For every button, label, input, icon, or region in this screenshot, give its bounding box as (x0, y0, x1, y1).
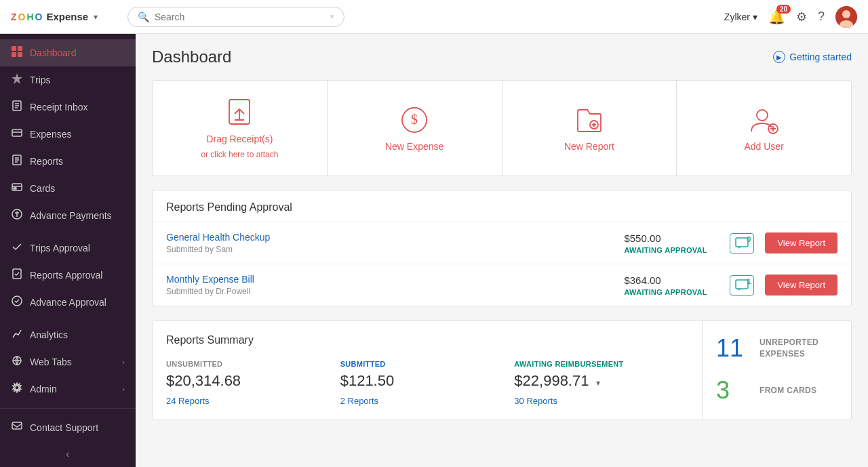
from-cards-number: 3 (716, 376, 750, 405)
org-name-label: Zylker (724, 12, 750, 22)
svg-text:$: $ (411, 112, 418, 127)
submitted-value: $121.50 (340, 372, 501, 390)
reports-summary-side: 11 UNREPORTEDEXPENSES 3 FROM CARDS (703, 320, 852, 420)
svg-point-27 (15, 386, 19, 390)
approval-name-1[interactable]: General Health Checkup (166, 232, 613, 243)
svg-point-37 (757, 110, 768, 121)
approval-name-2[interactable]: Monthly Expense Bill (166, 274, 613, 285)
comment-badge-2[interactable]: 1 (730, 275, 754, 296)
add-user-action[interactable]: Add User (677, 81, 851, 176)
settings-icon[interactable]: ⚙ (796, 9, 807, 24)
sidebar-item-web-tabs[interactable]: Web Tabs › (0, 348, 136, 375)
unsubmitted-link[interactable]: 24 Reports (166, 396, 210, 406)
admin-icon (11, 382, 23, 396)
content-area: Dashboard ▶ Getting started Drag Receipt… (136, 34, 868, 467)
summary-cols: UNSUBMITTED $20,314.68 24 Reports SUBMIT… (166, 360, 688, 406)
sidebar-item-reports-approval[interactable]: Reports Approval (0, 262, 136, 289)
approval-submitter-2: Submitted by Dr.Powell (166, 287, 613, 296)
approval-amount-section-1: $550.00 AWAITING APPROVAL (624, 232, 719, 254)
view-report-button-2[interactable]: View Report (765, 275, 837, 296)
sidebar-label-admin: Admin (30, 384, 57, 394)
page-title: Dashboard (152, 47, 231, 66)
new-expense-action[interactable]: $ New Expense (328, 81, 502, 176)
submitted-link[interactable]: 2 Reports (340, 396, 378, 406)
receipt-inbox-icon (11, 100, 23, 114)
search-input[interactable] (155, 12, 325, 22)
approval-amount-section-2: $364.00 AWAITING APPROVAL (624, 275, 719, 296)
main-layout: Dashboard Trips Receipt Inbox (0, 34, 868, 467)
svg-rect-4 (18, 46, 22, 51)
reimbursement-dropdown-icon[interactable]: ▾ (596, 378, 600, 388)
trips-icon (11, 73, 23, 87)
sidebar-item-cards[interactable]: Cards (0, 175, 136, 202)
sidebar-item-expenses[interactable]: Expenses (0, 121, 136, 148)
org-name[interactable]: Zylker ▾ (724, 12, 757, 22)
sidebar-label-dashboard: Dashboard (30, 47, 77, 58)
approval-status-1: AWAITING APPROVAL (624, 246, 719, 254)
sidebar-label-advance-approval: Advance Approval (30, 297, 106, 308)
sidebar: Dashboard Trips Receipt Inbox (0, 34, 136, 467)
sidebar-label-trips: Trips (30, 75, 51, 85)
trips-approval-icon (11, 241, 23, 255)
play-icon: ▶ (773, 51, 785, 63)
collapse-icon: ‹ (66, 448, 69, 460)
reimbursement-amount: $22,998.71 (514, 372, 589, 389)
sidebar-item-trips[interactable]: Trips (0, 66, 136, 94)
top-header: ZOHO Expense ▾ 🔍 ▾ Zylker ▾ 🔔 20 ⚙ ? (0, 0, 868, 34)
getting-started-link[interactable]: ▶ Getting started (773, 51, 852, 63)
page-header: Dashboard ▶ Getting started (152, 47, 852, 66)
unreported-expenses-number: 11 (716, 334, 750, 363)
svg-rect-5 (12, 52, 16, 57)
sidebar-item-advance-payments[interactable]: Advance Payments (0, 202, 136, 229)
drag-receipt-action[interactable]: Drag Receipt(s) or click here to attach (153, 81, 328, 176)
svg-rect-19 (14, 188, 16, 189)
sidebar-label-cards: Cards (30, 183, 55, 194)
sidebar-item-advance-approval[interactable]: Advance Approval (0, 289, 136, 316)
sidebar-item-trips-approval[interactable]: Trips Approval (0, 235, 136, 262)
reports-summary-section: Reports Summary UNSUBMITTED $20,314.68 2… (152, 320, 852, 420)
reimbursement-link[interactable]: 30 Reports (514, 396, 557, 406)
comment-count-2: 1 (747, 277, 751, 285)
sidebar-bottom: Contact Support ‹ (0, 408, 136, 467)
approval-info-1: General Health Checkup Submitted by Sam (166, 232, 613, 254)
comment-badge-1[interactable]: 0 (730, 233, 754, 253)
view-report-button-1[interactable]: View Report (765, 232, 837, 253)
upload-receipt-icon (224, 97, 255, 128)
dashboard-icon (11, 46, 23, 60)
unsubmitted-label: UNSUBMITTED (166, 360, 327, 368)
search-icon: 🔍 (138, 12, 149, 22)
unsubmitted-value: $20,314.68 (166, 372, 327, 390)
help-icon[interactable]: ? (818, 9, 825, 24)
user-avatar[interactable] (835, 6, 857, 28)
sidebar-label-contact-support: Contact Support (30, 422, 98, 433)
getting-started-label: Getting started (789, 52, 852, 62)
drag-receipt-label: Drag Receipt(s) (206, 134, 273, 144)
sidebar-item-reports[interactable]: Reports (0, 148, 136, 175)
pending-approval-section: Reports Pending Approval General Health … (152, 190, 852, 306)
search-bar[interactable]: 🔍 ▾ (127, 7, 344, 27)
add-user-label: Add User (744, 141, 783, 152)
approval-status-2: AWAITING APPROVAL (624, 288, 719, 296)
sidebar-label-web-tabs: Web Tabs (30, 357, 72, 367)
admin-chevron-icon: › (122, 385, 125, 393)
notification-button[interactable]: 🔔 20 (768, 9, 785, 25)
logo-chevron-icon[interactable]: ▾ (94, 12, 98, 22)
sidebar-item-dashboard[interactable]: Dashboard (0, 39, 136, 66)
submitted-label: SUBMITTED (340, 360, 501, 368)
unreported-expenses-label: UNREPORTEDEXPENSES (760, 337, 818, 360)
web-tabs-chevron-icon: › (122, 358, 125, 366)
sidebar-item-analytics[interactable]: Analytics (0, 321, 136, 348)
reimbursement-label: AWAITING REIMBURSEMENT (514, 360, 675, 368)
sidebar-item-receipt-inbox[interactable]: Receipt Inbox (0, 94, 136, 121)
sidebar-item-admin[interactable]: Admin › (0, 375, 136, 403)
svg-rect-28 (12, 422, 22, 429)
logo-area[interactable]: ZOHO Expense ▾ (11, 11, 119, 22)
reports-summary-main: Reports Summary UNSUBMITTED $20,314.68 2… (152, 320, 703, 420)
sidebar-item-contact-support[interactable]: Contact Support (0, 414, 136, 441)
sidebar-collapse-button[interactable]: ‹ (0, 441, 136, 467)
search-dropdown-icon[interactable]: ▾ (330, 12, 334, 21)
sidebar-label-reports-approval: Reports Approval (30, 270, 102, 281)
approval-row-2: Monthly Expense Bill Submitted by Dr.Pow… (153, 264, 851, 306)
new-report-action[interactable]: New Report (502, 81, 677, 176)
new-expense-icon: $ (399, 104, 430, 136)
